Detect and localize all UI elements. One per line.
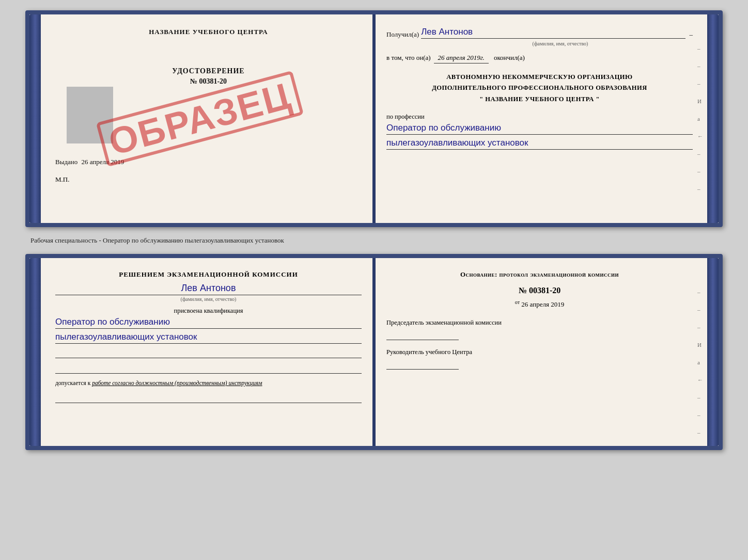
- bottom-right-page: Основание: протокол экзаменационной коми…: [372, 258, 707, 446]
- protocol-date-value: 26 апреля 2019: [521, 300, 564, 308]
- document-container: НАЗВАНИЕ УЧЕБНОГО ЦЕНТРА ОБРАЗЕЦ УДОСТОВ…: [25, 10, 723, 450]
- dopusk-prefix: допускается к: [55, 380, 90, 386]
- kvalif-line2: пылегазоулавливающих установок: [55, 332, 362, 344]
- udostoverenie-block: УДОСТОВЕРЕНИЕ № 00381-20: [55, 67, 362, 86]
- mp-label: М.П.: [55, 175, 362, 184]
- side-marks: – – – И а ← – – –: [697, 45, 703, 192]
- fio-hint: (фамилия, имя, отчество): [428, 41, 693, 46]
- cert-right-page: Получил(а) Лев Антонов – (фамилия, имя, …: [372, 14, 707, 223]
- vtom-row: в том, что он(а) 26 апреля 2019г. окончи…: [386, 54, 693, 63]
- poluchil-label: Получил(а): [386, 30, 419, 39]
- commission-name: Лев Антонов: [55, 283, 362, 295]
- protocol-number: № 00381-20: [386, 286, 693, 295]
- fio-hint2: (фамилия, имя, отчество): [55, 296, 362, 302]
- vydano-label: Выдано: [55, 158, 77, 166]
- blank-line-3: [55, 392, 362, 403]
- udostoverenie-number: № 00381-20: [55, 77, 362, 86]
- bottom-left-page: Решением экзаменационной комиссии Лев Ан…: [41, 258, 372, 446]
- left-binding-strip: [29, 14, 41, 223]
- blank-line-1: [55, 347, 362, 358]
- predsedatel-label: Председатель экзаменационной комиссии: [386, 319, 693, 327]
- prisvoena: присвоена квалификация: [55, 307, 362, 315]
- po-professii: по профессии: [386, 113, 693, 121]
- date-prefix: от: [515, 299, 520, 305]
- photo-placeholder: [67, 87, 113, 143]
- cert-title-block: НАЗВАНИЕ УЧЕБНОГО ЦЕНТРА: [55, 27, 362, 36]
- poluchil-dash: –: [690, 30, 693, 39]
- cert-left-page: НАЗВАНИЕ УЧЕБНОГО ЦЕНТРА ОБРАЗЕЦ УДОСТОВ…: [41, 14, 372, 223]
- org-block: АВТОНОМНУЮ НЕКОММЕРЧЕСКУЮ ОРГАНИЗАЦИЮ ДО…: [386, 72, 693, 105]
- udostoverenie-label: УДОСТОВЕРЕНИЕ: [55, 67, 362, 75]
- org-name: " НАЗВАНИЕ УЧЕБНОГО ЦЕНТРА ": [386, 94, 693, 105]
- resheniem-title: Решением экзаменационной комиссии: [55, 270, 362, 279]
- bottom-certificate-book: Решением экзаменационной комиссии Лев Ан…: [25, 254, 723, 450]
- bottom-right-binding-strip: [707, 258, 719, 446]
- vtom-label: в том, что он(а): [386, 54, 431, 62]
- cert-school-name: НАЗВАНИЕ УЧЕБНОГО ЦЕНТРА: [149, 28, 268, 36]
- profession-line1: Оператор по обслуживанию: [386, 123, 693, 135]
- bottom-left-binding-strip: [29, 258, 41, 446]
- rukovoditel-block: Руководитель учебного Центра: [386, 348, 693, 370]
- profession-line2: пылегазоулавливающих установок: [386, 138, 693, 150]
- poluchil-row: Получил(а) Лев Антонов –: [386, 27, 693, 39]
- predsedatel-sign-line: [386, 329, 459, 340]
- vydano-block: Выдано 26 апреля 2019: [55, 158, 362, 166]
- dopusk-italic: работе согласно должностным (производств…: [92, 380, 262, 386]
- poluchil-name: Лев Антонов: [421, 27, 685, 39]
- bottom-right-side-marks: – – – И а ← – – –: [697, 289, 703, 436]
- org-line2: ДОПОЛНИТЕЛЬНОГО ПРОФЕССИОНАЛЬНОГО ОБРАЗО…: [386, 83, 693, 93]
- rukovoditel-label: Руководитель учебного Центра: [386, 348, 693, 356]
- org-line1: АВТОНОМНУЮ НЕКОММЕРЧЕСКУЮ ОРГАНИЗАЦИЮ: [386, 72, 693, 83]
- predsedatel-block: Председатель экзаменационной комиссии: [386, 319, 693, 340]
- dopuskaetsya: допускается к работе согласно должностны…: [55, 379, 362, 388]
- vydano-date: 26 апреля 2019: [82, 158, 124, 166]
- vtom-date: 26 апреля 2019г.: [434, 54, 489, 63]
- rukovoditel-sign-line: [386, 358, 459, 370]
- vtom-end: окончил(а): [494, 54, 525, 62]
- blank-line-2: [55, 362, 362, 374]
- osnovanie-title: Основание: протокол экзаменационной коми…: [386, 270, 693, 279]
- separator-text: Рабочая специальность - Оператор по обсл…: [30, 236, 284, 245]
- kvalif-line1: Оператор по обслуживанию: [55, 317, 362, 329]
- right-binding-strip: [707, 14, 719, 223]
- top-certificate-book: НАЗВАНИЕ УЧЕБНОГО ЦЕНТРА ОБРАЗЕЦ УДОСТОВ…: [25, 10, 723, 227]
- protocol-date: от 26 апреля 2019: [386, 299, 693, 309]
